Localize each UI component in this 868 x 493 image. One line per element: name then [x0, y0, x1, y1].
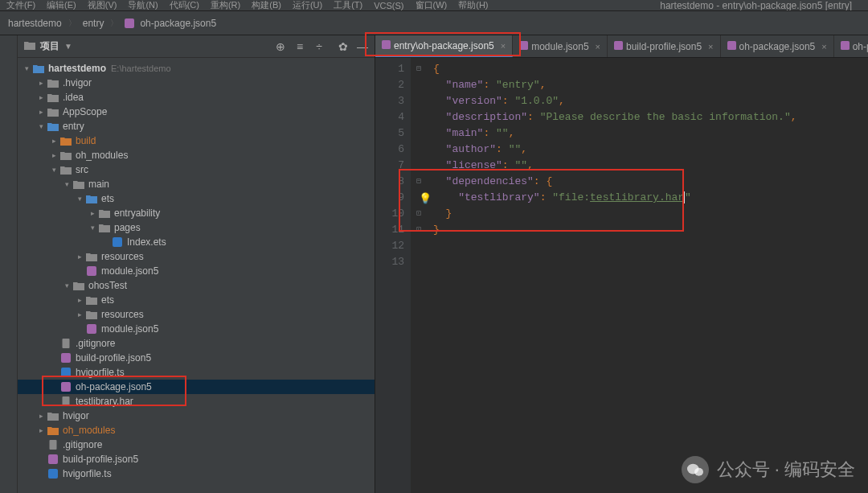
tree-item-module-json5[interactable]: module.json5 [18, 322, 375, 336]
tree-item--idea[interactable]: ▸.idea [18, 90, 375, 105]
menu-help[interactable]: 帮助(H) [458, 0, 488, 11]
folder-icon [59, 164, 72, 175]
close-icon[interactable]: × [501, 41, 506, 51]
chevron-icon[interactable]: ▸ [35, 79, 47, 87]
tree-item-hvigor[interactable]: ▸hvigor [18, 409, 375, 423]
chevron-icon[interactable]: ▸ [35, 412, 47, 420]
menu-refactor[interactable]: 重构(R) [211, 0, 240, 11]
menu-tools[interactable]: 工具(T) [334, 0, 362, 11]
folder-icon [98, 207, 111, 219]
tree-item-main[interactable]: ▾main [18, 177, 375, 191]
tree-item-hvigorfile-ts[interactable]: hvigorfile.ts [18, 365, 375, 380]
menu-nav[interactable]: 导航(N) [128, 0, 158, 11]
chevron-icon[interactable]: ▸ [35, 108, 47, 116]
chevron-icon[interactable]: ▸ [74, 253, 85, 261]
window-title: hartestdemo - entry\oh-package.json5 [en… [660, 0, 862, 11]
close-icon[interactable]: × [708, 42, 713, 51]
tree-item-src[interactable]: ▾src [18, 162, 375, 177]
chevron-icon[interactable]: ▸ [48, 151, 59, 159]
tree-item-build-profile-json5[interactable]: build-profile.json5 [18, 452, 375, 466]
chevron-icon[interactable]: ▾ [61, 180, 72, 188]
chevron-icon[interactable]: ▾ [35, 122, 47, 130]
breadcrumb-file[interactable]: oh-package.json5 [140, 18, 216, 29]
tree-item--gitignore[interactable]: .gitignore [18, 438, 375, 452]
tree-item-entryability[interactable]: ▸entryability [18, 206, 375, 220]
menu-window[interactable]: 窗口(W) [416, 0, 448, 11]
tree-item-index-ets[interactable]: Index.ets [18, 235, 375, 249]
tree-item--gitignore[interactable]: .gitignore [18, 336, 375, 351]
editor-tab[interactable]: oh-package.json5× [721, 35, 834, 57]
breadcrumb: hartestdemo 〉 entry 〉 oh-package.json5 [0, 11, 868, 35]
close-icon[interactable]: × [821, 42, 826, 51]
tree-root[interactable]: ▾hartestdemoE:\hartestdemo [18, 61, 375, 76]
json-icon [85, 265, 98, 277]
menu-vcs[interactable]: VCS(S) [374, 1, 403, 10]
editor-tab[interactable]: oh-p [834, 35, 868, 57]
editor-tab[interactable]: build-profile.json5× [608, 35, 721, 57]
hide-button[interactable]: — [355, 39, 370, 54]
chevron-icon[interactable]: ▸ [35, 93, 47, 101]
menu-view[interactable]: 视图(V) [88, 0, 117, 11]
intention-bulb-icon[interactable]: 💡 [419, 191, 432, 207]
expand-all-button[interactable]: ≡ [293, 39, 307, 54]
chevron-icon[interactable]: ▾ [87, 224, 98, 232]
svg-rect-9 [50, 440, 57, 450]
json-file-icon [125, 18, 135, 28]
project-pane-label[interactable]: 项目 [40, 39, 59, 53]
menu-build[interactable]: 构建(B) [252, 0, 281, 11]
chevron-icon[interactable]: ▾ [74, 195, 85, 203]
collapse-all-button[interactable]: ÷ [312, 39, 326, 54]
tree-item-resources[interactable]: ▸resources [18, 249, 375, 264]
json-file-icon [382, 40, 391, 51]
tree-item-hvigorfile-ts[interactable]: hvigorfile.ts [18, 466, 375, 481]
chevron-icon[interactable]: ▸ [74, 310, 85, 318]
tree-item-oh-package-json5[interactable]: oh-package.json5 [18, 380, 375, 394]
project-tree[interactable]: ▾hartestdemoE:\hartestdemo▸.hvigor▸.idea… [18, 58, 375, 493]
chevron-icon[interactable]: ▸ [74, 296, 85, 304]
tree-item-build-profile-json5[interactable]: build-profile.json5 [18, 351, 375, 365]
chevron-down-icon[interactable]: ▼ [64, 42, 72, 51]
tree-item-entry[interactable]: ▾entry [18, 119, 375, 134]
chevron-icon[interactable]: ▸ [35, 426, 47, 434]
ts-icon [47, 468, 59, 479]
tree-item-ets[interactable]: ▾ets [18, 191, 375, 206]
svg-rect-5 [61, 353, 71, 363]
chevron-icon[interactable]: ▸ [87, 209, 98, 217]
tree-item-testlibrary-har[interactable]: testlibrary.har [18, 394, 375, 409]
menu-file[interactable]: 文件(F) [6, 0, 35, 11]
tree-item-ohostest[interactable]: ▾ohosTest [18, 278, 375, 293]
tree-item-resources[interactable]: ▸resources [18, 307, 375, 322]
file-icon [47, 439, 59, 450]
tree-item-build[interactable]: ▸build [18, 134, 375, 148]
menu-run[interactable]: 运行(U) [293, 0, 322, 11]
project-icon [32, 63, 45, 74]
svg-rect-16 [841, 41, 850, 50]
breadcrumb-project[interactable]: hartestdemo [8, 18, 62, 29]
tree-item--hvigor[interactable]: ▸.hvigor [18, 76, 375, 90]
tree-item-module-json5[interactable]: module.json5 [18, 264, 375, 278]
chevron-icon[interactable]: ▸ [48, 137, 59, 145]
code-content[interactable]: { "name": "entry", "version": "1.0.0", "… [427, 58, 868, 493]
tree-item-appscope[interactable]: ▸AppScope [18, 105, 375, 119]
tree-item-ets[interactable]: ▸ets [18, 293, 375, 307]
tree-item-oh_modules[interactable]: ▸oh_modules [18, 148, 375, 162]
tool-window-strip[interactable] [0, 35, 18, 493]
fold-column[interactable]: ⊟⊟⊡⊡ [411, 58, 427, 493]
locate-file-button[interactable]: ⊕ [273, 39, 288, 54]
code-editor[interactable]: 12345678910111213 ⊟⊟⊡⊡ { "name": "entry"… [375, 58, 868, 493]
svg-rect-12 [382, 40, 391, 49]
menu-edit[interactable]: 编辑(E) [47, 0, 76, 11]
editor-tab[interactable]: entry\oh-package.json5× [375, 35, 513, 57]
svg-rect-11 [48, 469, 58, 479]
close-icon[interactable]: × [596, 42, 600, 51]
menu-code[interactable]: 代码(C) [170, 0, 199, 11]
breadcrumb-module[interactable]: entry [83, 18, 104, 29]
tree-item-pages[interactable]: ▾pages [18, 220, 375, 235]
settings-icon[interactable]: ✿ [336, 39, 350, 54]
editor-tab[interactable]: module.json5× [513, 35, 608, 57]
file-icon [59, 396, 72, 407]
chevron-icon[interactable]: ▾ [61, 281, 72, 290]
chevron-icon[interactable]: ▾ [48, 166, 59, 174]
tree-item-oh_modules[interactable]: ▸oh_modules [18, 423, 375, 438]
editor-tabs: entry\oh-package.json5×module.json5×buil… [375, 35, 868, 58]
